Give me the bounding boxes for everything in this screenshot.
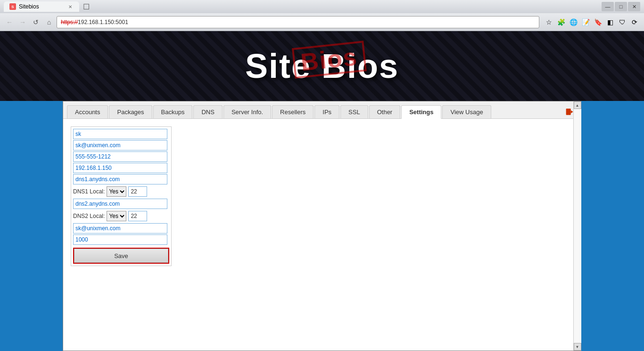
browser-toolbar-icons: ☆ 🧩 🌐 📝 🔖 ◧ 🛡 ⟳ [543,17,640,28]
field-username [73,129,169,139]
dns1-local-select[interactable]: Yes No [107,186,126,197]
main-panel: Accounts Packages Backups DNS Server Inf… [63,101,581,351]
address-host: 192.168.1.150:5001 [78,19,128,25]
tab-dns[interactable]: DNS [193,105,222,118]
scrollbar-track [574,109,581,343]
tab-settings[interactable]: Settings [401,105,441,119]
tab-title-text: Sitebios [19,3,39,10]
tab-bar: Accounts Packages Backups DNS Server Inf… [63,101,581,119]
tab-ssl[interactable]: SSL [340,105,368,118]
tab-backups[interactable]: Backups [153,105,193,118]
panel-content: DNS1 Local: Yes No DNS2 Local: Yes [63,119,581,274]
dns1-local-label: DNS1 Local: [73,188,105,195]
translate-icon[interactable]: 🌐 [568,17,579,28]
dns1-local-row: DNS1 Local: Yes No [73,185,169,198]
sync-icon[interactable]: ⟳ [629,17,640,28]
email2-input[interactable] [73,223,167,234]
username-input[interactable] [73,129,167,139]
site-header: Site Bios Bios [0,31,644,101]
save-button-wrapper: Save [73,248,169,264]
maximize-button[interactable]: □ [615,2,627,11]
scrollbar-down-arrow[interactable]: ▼ [574,343,581,351]
browser-titlebar: S Sitebios ✕ ☐ — □ ✕ [0,0,644,13]
ip-input[interactable] [73,163,167,173]
dns1-port-input[interactable] [128,186,147,197]
address-text: https://192.168.1.150:5001 [61,19,128,25]
dns2-port-input[interactable] [128,211,147,221]
field-phone [73,151,169,162]
new-tab-icon: ☐ [83,2,90,11]
vpn-icon[interactable]: 🛡 [617,17,628,28]
svg-marker-1 [571,110,573,114]
dns2-local-select[interactable]: Yes No [107,211,126,221]
tab-server-info[interactable]: Server Info. [223,105,271,118]
tab-view-usage[interactable]: View Usage [442,105,491,118]
tab-resellers[interactable]: Resellers [272,105,314,118]
dns1-input[interactable] [73,174,167,184]
extensions-icon[interactable]: 🧩 [555,17,567,28]
settings-form: DNS1 Local: Yes No DNS2 Local: Yes [71,126,172,266]
field-email [73,140,169,150]
scrollbar-up-arrow[interactable]: ▲ [574,101,581,109]
layers-icon[interactable]: ◧ [604,17,616,28]
field-ip [73,163,169,173]
field-number [73,234,169,245]
number-input[interactable] [73,234,167,245]
reload-button[interactable]: ↺ [30,17,41,28]
bookmark-icon[interactable]: ☆ [543,17,554,28]
home-button[interactable]: ⌂ [43,17,55,28]
field-dns1 [73,174,169,184]
site-word: Site [245,47,311,85]
address-protocol: https:// [61,19,78,25]
forward-button[interactable]: → [17,17,28,28]
dns2-local-label: DNS2 Local: [73,213,105,219]
phone-input[interactable] [73,151,167,162]
dns2-local-row: DNS2 Local: Yes No [73,210,169,222]
address-bar[interactable]: https://192.168.1.150:5001 [57,16,539,28]
tab-ips[interactable]: IPs [314,105,339,118]
tab-favicon: S [9,3,16,10]
svg-rect-0 [566,109,571,115]
bios-word: Bios [322,47,399,85]
browser-tab[interactable]: S Sitebios ✕ [4,1,79,12]
browser-toolbar: ← → ↺ ⌂ https://192.168.1.150:5001 ☆ 🧩 🌐… [0,13,644,31]
field-email2 [73,223,169,234]
browser-chrome: S Sitebios ✕ ☐ — □ ✕ ← → ↺ ⌂ https://192… [0,0,644,31]
minimize-button[interactable]: — [602,2,614,11]
page-content: Site Bios Bios Accounts Packages Backups… [0,31,644,351]
site-title: Site Bios [245,47,399,85]
bookmark2-icon[interactable]: 🔖 [592,17,603,28]
tab-close-button[interactable]: ✕ [67,3,74,10]
window-controls: — □ ✕ [602,2,640,11]
tab-packages[interactable]: Packages [109,105,152,118]
save-button[interactable]: Save [74,249,168,263]
dns2-input[interactable] [73,199,167,209]
notes-icon[interactable]: 📝 [580,17,591,28]
tab-accounts[interactable]: Accounts [67,105,108,118]
close-button[interactable]: ✕ [628,2,640,11]
panel-scrollbar: ▲ ▼ [573,101,581,351]
email-input[interactable] [73,140,167,150]
field-dns2 [73,199,169,209]
new-tab-button[interactable]: ☐ [81,1,91,12]
back-button[interactable]: ← [4,17,15,28]
tab-other[interactable]: Other [369,105,401,118]
